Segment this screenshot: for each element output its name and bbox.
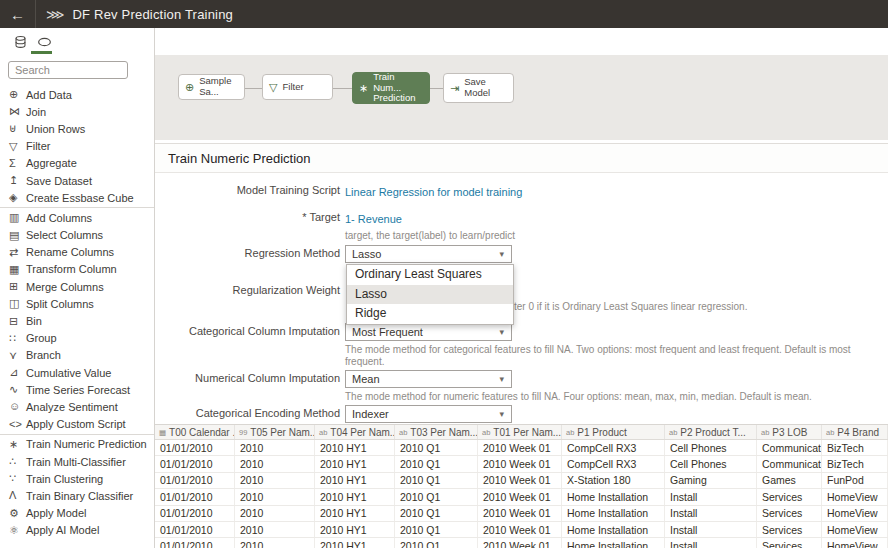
- model-training-script-link[interactable]: Linear Regression for model training: [345, 184, 522, 201]
- field-content-regression-method: Lasso▾Ordinary Least SquaresLassoRidge: [345, 245, 888, 263]
- column-header-p4-brand[interactable]: abP4 Brand: [822, 425, 888, 439]
- sidebar-item-apply-model[interactable]: ⚙Apply Model: [0, 505, 154, 522]
- sidebar-item-add-data[interactable]: ⊕Add Data: [0, 86, 154, 103]
- sidebar-item-apply-custom-script[interactable]: <>Apply Custom Script: [0, 416, 154, 433]
- flow-node-train-numeric-prediction[interactable]: ∗Train Num...Prediction: [352, 72, 430, 104]
- sidebar-item-label: Join: [26, 106, 46, 118]
- time-series-forecast-icon: ∿: [9, 384, 26, 395]
- column-header-p1-product[interactable]: abP1 Product: [562, 425, 665, 439]
- chevron-down-icon: ▾: [499, 249, 504, 259]
- flow-node-filter[interactable]: ▽Filter: [262, 74, 333, 100]
- column-header-t05-per-nam[interactable]: 99T05 Per Nam...: [235, 425, 315, 439]
- sidebar-item-train-binary-classifier[interactable]: ΛTrain Binary Classifier: [0, 487, 154, 504]
- sidebar-item-transform-column[interactable]: ▦Transform Column: [0, 261, 154, 278]
- dropdown-option-ordinary-least-squares[interactable]: Ordinary Least Squares: [347, 265, 513, 285]
- table-cell: Install: [665, 506, 757, 521]
- sidebar-item-aggregate[interactable]: ΣAggregate: [0, 155, 154, 172]
- sidebar-item-add-columns[interactable]: ▥Add Columns: [0, 209, 154, 226]
- field-label-categorical-column-imputation: Categorical Column Imputation: [155, 323, 345, 368]
- categorical-column-imputation-select[interactable]: Most Frequent▾: [345, 323, 512, 341]
- table-row: 01/01/201020102010 HY12010 Q12010 Week 0…: [155, 522, 888, 538]
- sidebar-item-label: Save Dataset: [26, 175, 92, 187]
- sidebar-item-label: Aggregate: [26, 157, 77, 169]
- sidebar-item-apply-ai-model[interactable]: ⚛Apply AI Model: [0, 522, 154, 539]
- sidebar-item-merge-columns[interactable]: ⊞Merge Columns: [0, 278, 154, 295]
- table-cell: 2010 Week 01: [478, 456, 562, 471]
- table-cell: Install: [665, 489, 757, 504]
- back-arrow-icon: ←: [10, 6, 25, 23]
- sidebar-item-train-clustering[interactable]: ∵Train Clustering: [0, 470, 154, 487]
- table-cell: Communication: [757, 456, 822, 471]
- sidebar-item-save-dataset[interactable]: ↥Save Dataset: [0, 172, 154, 189]
- flow-connector-line: [333, 88, 352, 89]
- dropdown-option-ridge[interactable]: Ridge: [347, 304, 513, 324]
- field-label-regression-method: Regression Method: [155, 245, 345, 263]
- numerical-column-imputation-select[interactable]: Mean▾: [345, 370, 512, 388]
- dropdown-option-lasso[interactable]: Lasso: [347, 285, 513, 305]
- categorical-encoding-method-select[interactable]: Indexer▾: [345, 405, 512, 423]
- sidebar-item-create-essbase-cube[interactable]: ◈Create Essbase Cube: [0, 189, 154, 206]
- select-value: Indexer: [352, 408, 389, 420]
- table-cell: 2010: [235, 506, 315, 521]
- sidebar-item-branch[interactable]: ⋎Branch: [0, 347, 154, 364]
- table-cell: HomeView: [822, 522, 888, 537]
- column-header-t04-per-nam[interactable]: abT04 Per Nam...: [315, 425, 395, 439]
- table-cell: 2010 Q1: [395, 489, 478, 504]
- sidebar-item-train-numeric-prediction[interactable]: ∗Train Numeric Prediction: [0, 436, 154, 453]
- tab-data-elements[interactable]: [8, 30, 32, 54]
- column-header-t00-calendar[interactable]: ▦T00 Calendar ...: [155, 425, 235, 439]
- table-row: 01/01/201020102010 HY12010 Q12010 Week 0…: [155, 538, 888, 548]
- select-columns-icon: ▤: [9, 230, 26, 241]
- sidebar-item-select-columns[interactable]: ▤Select Columns: [0, 227, 154, 244]
- sidebar-item-label: Split Columns: [26, 298, 94, 310]
- table-cell: 2010 HY1: [315, 489, 395, 504]
- main-area: ⊕Sample Sa...▽Filter∗Train Num...Predict…: [155, 28, 888, 548]
- sidebar-item-union-rows[interactable]: ⊎Union Rows: [0, 120, 154, 137]
- table-cell: X-Station 180: [562, 473, 665, 488]
- sidebar-item-label: Apply Model: [26, 507, 87, 519]
- flow-node-sample-save[interactable]: ⊕Sample Sa...: [178, 74, 245, 100]
- table-cell: 01/01/2010: [155, 522, 235, 537]
- sidebar-tabs: [0, 28, 154, 56]
- sidebar-item-split-columns[interactable]: ◫Split Columns: [0, 295, 154, 312]
- column-header-t01-per-nam[interactable]: abT01 Per Nam...: [478, 425, 562, 439]
- train-multi-classifier-icon: ∴: [9, 456, 26, 467]
- field-content-target: 1- Revenuetarget, the target(label) to l…: [345, 209, 888, 242]
- sidebar-item-bin[interactable]: ⊟Bin: [0, 312, 154, 329]
- search-input[interactable]: [8, 61, 128, 79]
- chevrons-expand-icon[interactable]: ⋙: [46, 7, 65, 22]
- target-link[interactable]: 1- Revenue: [345, 211, 402, 228]
- field-helper-text: target, the target(label) to learn/predi…: [345, 230, 888, 242]
- chevron-down-icon: ▾: [499, 409, 504, 419]
- table-cell: Home Installation: [562, 489, 665, 504]
- field-label-regularization-weight: Regularization Weight: [155, 282, 345, 313]
- sidebar-item-filter[interactable]: ▽Filter: [0, 138, 154, 155]
- sidebar-item-label: Union Rows: [26, 123, 85, 135]
- sidebar-item-train-multi-classifier[interactable]: ∴Train Multi-Classifier: [0, 453, 154, 470]
- back-button[interactable]: ←: [0, 0, 36, 28]
- table-cell: 01/01/2010: [155, 473, 235, 488]
- sidebar-item-analyze-sentiment[interactable]: ☺Analyze Sentiment: [0, 398, 154, 415]
- field-helper-text: The mode method for categorical features…: [345, 344, 888, 368]
- sidebar-item-join[interactable]: ⋈Join: [0, 103, 154, 120]
- apply-custom-script-icon: <>: [9, 419, 26, 430]
- sidebar-item-label: Analyze Sentiment: [26, 401, 118, 413]
- column-header-p3-lob[interactable]: abP3 LOB: [757, 425, 822, 439]
- sidebar-item-rename-columns[interactable]: ⇄Rename Columns: [0, 244, 154, 261]
- flow-node-save-model[interactable]: ⇥SaveModel: [443, 73, 514, 103]
- column-header-label: P4 Brand: [837, 427, 879, 438]
- sidebar-item-cumulative-value[interactable]: ⊿Cumulative Value: [0, 364, 154, 381]
- sidebar-item-label: Branch: [26, 349, 61, 361]
- column-header-p2-product-t[interactable]: abP2 Product T...: [665, 425, 757, 439]
- column-header-t03-per-nam[interactable]: abT03 Per Nam...: [395, 425, 478, 439]
- regression-method-select[interactable]: Lasso▾Ordinary Least SquaresLassoRidge: [345, 245, 512, 263]
- sidebar-item-label: Select Columns: [26, 229, 103, 241]
- aggregate-icon: Σ: [9, 158, 26, 169]
- sidebar-item-time-series-forecast[interactable]: ∿Time Series Forecast: [0, 381, 154, 398]
- column-header-label: P2 Product T...: [680, 427, 745, 438]
- sidebar-item-group[interactable]: ∷Group: [0, 330, 154, 347]
- table-cell: 2010 Q1: [395, 456, 478, 471]
- page-title: DF Rev Prediction Training: [73, 7, 234, 22]
- flow-connector-line: [430, 88, 443, 89]
- table-cell: Services: [757, 538, 822, 548]
